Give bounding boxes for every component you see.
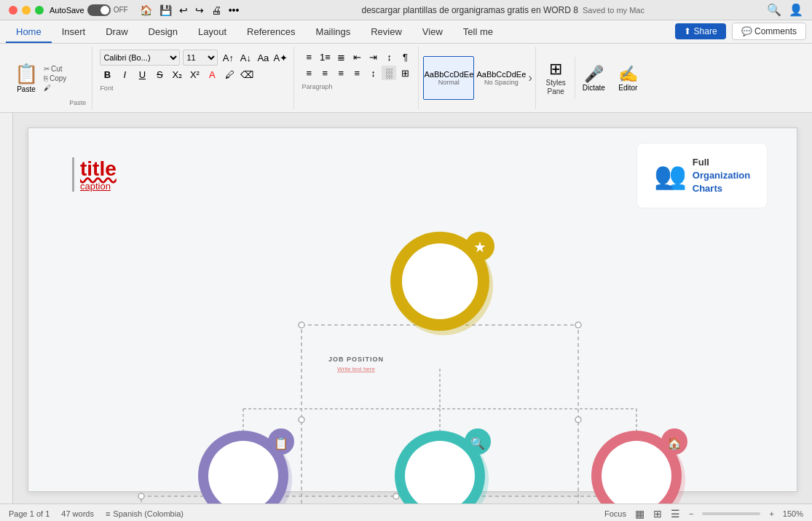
bold-button[interactable]: B [100,67,114,82]
highlight-button[interactable]: 🖊 [222,67,237,82]
font-group: Calibri (Bo...) 11 A↑ A↓ Aa A✦ B I U S X… [94,47,294,109]
language-icon: ≡ [106,509,110,518]
align-center-button[interactable]: ≡ [318,66,332,80]
styles-pane-button[interactable]: ⊞ StylesPane [537,57,575,99]
strikethrough-button[interactable]: S [152,67,167,82]
paragraph-group: ≡ 1≡ ≣ ⇤ ⇥ ↕ ¶ ≡ ≡ ≡ ≡ ↕ ░ ⊞ Paragraph [296,47,419,109]
increase-font-button[interactable]: A↑ [221,50,235,65]
org-logo-image: 👥 [654,160,687,191]
autosave-pill[interactable] [87,4,111,16]
multilevel-button[interactable]: ≣ [334,50,348,64]
tab-draw[interactable]: Draw [95,22,138,43]
title-center: descargar plantillas de organigramas gra… [245,5,761,15]
paste-group-label: Paste [69,99,86,106]
tab-layout[interactable]: Layout [188,22,237,43]
change-case-button[interactable]: Aa [256,50,270,65]
layout-icon-2[interactable]: ⊞ [653,508,662,520]
bullets-button[interactable]: ≡ [301,50,316,64]
maximize-button[interactable] [35,6,44,15]
font-size-select[interactable]: 11 [183,50,218,66]
format-painter-button[interactable]: 🖌 [44,84,66,92]
decrease-font-button[interactable]: A↓ [238,50,253,65]
clear-formatting-button[interactable]: ⌫ [240,67,254,82]
paste-button[interactable]: 📋 Paste [12,60,41,96]
tab-references[interactable]: References [237,22,305,43]
svg-text:📋: 📋 [274,436,288,450]
style-preset-normal[interactable]: AaBbCcDdEe Normal [423,56,474,100]
subscript-button[interactable]: X₂ [170,67,184,82]
layout-icon-3[interactable]: ☰ [671,508,680,520]
align-left-button[interactable]: ≡ [301,66,316,80]
numbering-button[interactable]: 1≡ [318,50,332,64]
account-icon[interactable]: 👤 [789,3,803,17]
justify-button[interactable]: ≡ [350,66,364,80]
font-family-select[interactable]: Calibri (Bo...) [100,50,180,66]
tab-review[interactable]: Review [360,22,412,43]
tab-mailings[interactable]: Mailings [306,22,361,43]
editor-label: Editor [618,84,637,92]
svg-text:JOB POSITION: JOB POSITION [328,356,384,363]
tab-home[interactable]: Home [6,22,52,43]
font-style-row: B I U S X₂ X² A 🖊 ⌫ [100,67,288,82]
font-color-button[interactable]: A [205,67,219,82]
search-icon[interactable]: 🔍 [767,3,781,17]
focus-button[interactable]: Focus [604,509,626,518]
comments-button[interactable]: 💬 Comments [732,23,806,40]
titlebar: AutoSave OFF 🏠 💾 ↩ ↪ 🖨 ••• descargar pla… [0,0,812,20]
sort-button[interactable]: ↕ [382,50,396,64]
style-preset-nospacing[interactable]: AaBbCcDdEe No Spacing [476,56,527,100]
zoom-slider[interactable] [702,512,760,515]
show-marks-button[interactable]: ¶ [398,50,412,64]
undo-icon[interactable]: ↩ [179,4,188,16]
word-count: 47 words [61,509,94,518]
list-row: ≡ 1≡ ≣ ⇤ ⇥ ↕ ¶ [301,50,412,64]
editor-button[interactable]: ✍ Editor [612,62,644,95]
ruler-left [0,113,13,504]
paste-group: 📋 Paste ✂Cut ⎘Copy 🖌 Paste [6,47,92,109]
traffic-lights [9,6,44,15]
zoom-in-button[interactable]: + [769,509,773,518]
more-icon[interactable]: ••• [229,4,240,16]
increase-indent-button[interactable]: ⇥ [366,50,380,64]
search-icons: 🔍 👤 [767,3,803,17]
tab-design[interactable]: Design [138,22,188,43]
borders-button[interactable]: ⊞ [398,66,412,80]
decrease-indent-button[interactable]: ⇤ [350,50,364,64]
styles-pane-icon: ⊞ [549,60,562,79]
zoom-out-button[interactable]: − [689,509,693,518]
line-spacing-button[interactable]: ↕ [366,66,380,80]
cut-button[interactable]: ✂Cut [44,65,66,73]
close-button[interactable] [9,6,17,15]
paste-options: ✂Cut ⎘Copy 🖌 [44,65,66,92]
statusbar-right: Focus ▦ ⊞ ☰ − + 150% [604,508,803,520]
page-title[interactable]: title [80,157,117,181]
shading-button[interactable]: ░ [382,66,396,80]
italic-button[interactable]: I [117,67,132,82]
save-icon[interactable]: 💾 [159,4,172,16]
share-button[interactable]: ⬆ Share [675,23,725,39]
text-effects-button[interactable]: A✦ [273,50,288,65]
styles-pane-label: StylesPane [546,79,566,96]
tab-insert[interactable]: Insert [52,22,96,43]
styles-chevron[interactable]: › [528,71,532,85]
svg-point-12 [299,417,304,423]
align-row: ≡ ≡ ≡ ≡ ↕ ░ ⊞ [301,66,412,80]
home-icon[interactable]: 🏠 [140,4,152,16]
underline-button[interactable]: U [135,67,149,82]
print-icon[interactable]: 🖨 [211,4,221,16]
page-caption[interactable]: caption [80,181,117,192]
doc-page[interactable]: title caption 👥 Full Organization Charts [13,113,812,504]
paste-icon: 📋 [15,63,38,85]
superscript-button[interactable]: X² [187,67,202,82]
align-right-button[interactable]: ≡ [334,66,348,80]
autosave-toggle[interactable]: AutoSave OFF [50,4,128,16]
redo-icon[interactable]: ↪ [195,4,204,16]
autosave-label: AutoSave [50,6,84,15]
tab-tellme[interactable]: Tell me [453,22,503,43]
copy-button[interactable]: ⎘Copy [44,74,66,82]
layout-icon-1[interactable]: ▦ [635,508,645,520]
minimize-button[interactable] [22,6,31,15]
tab-view[interactable]: View [412,22,453,43]
dictate-button[interactable]: 🎤 Dictate [577,62,611,95]
style-normal-label: Normal [438,79,460,86]
